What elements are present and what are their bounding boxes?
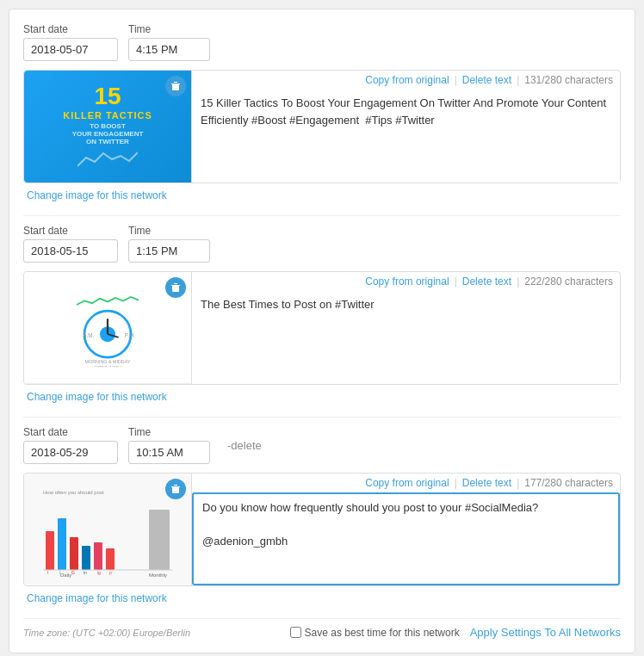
- time-label-3: Time: [128, 426, 210, 438]
- image-area-2: A.M. P.M. MORNING & MIDDAY AFTER WORK: [24, 272, 192, 384]
- image-area-1: 15 KILLER TACTICS TO BOOST YOUR ENGAGEME…: [24, 71, 192, 183]
- svg-rect-19: [94, 542, 102, 570]
- text-area-wrapper-1: Copy from original | Delete text | 131/2…: [192, 71, 620, 183]
- clock-svg: A.M. P.M. MORNING & MIDDAY AFTER WORK: [69, 289, 146, 367]
- divider-2: [23, 417, 621, 418]
- svg-rect-20: [106, 548, 115, 570]
- time-input-2[interactable]: [128, 239, 210, 263]
- image-area-3: How often you should post f t G in ig p: [24, 473, 192, 585]
- svg-text:in: in: [84, 570, 87, 575]
- date-time-row-1: Start date Time: [23, 23, 621, 61]
- svg-text:MORNING & MIDDAY: MORNING & MIDDAY: [84, 359, 130, 364]
- time-group-1: Time: [128, 23, 210, 61]
- svg-text:How often you should post: How often you should post: [43, 490, 104, 495]
- trash-icon-3: [170, 484, 181, 494]
- apply-settings-button[interactable]: Apply Settings To All Networks: [470, 626, 621, 639]
- text-actions-3: Copy from original | Delete text | 177/2…: [192, 473, 620, 492]
- svg-text:Monthly: Monthly: [149, 572, 167, 578]
- post-section-1: Start date Time 15 KILLER TACTICS TO BOO…: [23, 23, 621, 201]
- delete-image-btn-2[interactable]: [165, 277, 186, 298]
- trash-icon-1: [170, 81, 181, 91]
- start-date-label-2: Start date: [23, 225, 118, 237]
- main-container: Start date Time 15 KILLER TACTICS TO BOO…: [9, 9, 635, 653]
- svg-text:f: f: [47, 570, 49, 575]
- change-image-link-1[interactable]: Change image for this network: [23, 186, 167, 201]
- chart-svg: How often you should post f t G in ig p: [39, 484, 176, 579]
- copy-from-original-3[interactable]: Copy from original: [365, 477, 449, 489]
- save-best-time-label[interactable]: Save as best time for this network: [290, 627, 460, 639]
- svg-text:ig: ig: [97, 570, 101, 575]
- delete-text-2[interactable]: Delete text: [462, 275, 511, 288]
- start-date-group-2: Start date: [23, 225, 118, 263]
- char-count-1: 131/280 characters: [524, 74, 613, 86]
- delete-text-3[interactable]: Delete text: [462, 477, 511, 489]
- post-section-2: Start date Time: [23, 225, 621, 403]
- post-card-2: A.M. P.M. MORNING & MIDDAY AFTER WORK Co…: [23, 271, 621, 385]
- svg-rect-17: [70, 537, 78, 570]
- timezone-label: Time zone: (UTC +02:00) Europe/Berlin: [23, 628, 190, 638]
- svg-text:P.M.: P.M.: [125, 331, 135, 337]
- change-image-link-2[interactable]: Change image for this network: [23, 387, 167, 403]
- svg-rect-15: [46, 531, 54, 570]
- start-date-input-3[interactable]: [23, 441, 118, 464]
- post-textarea-3[interactable]: Do you know how frequently should you po…: [192, 492, 620, 585]
- save-best-time-checkbox[interactable]: [290, 627, 301, 638]
- char-count-3: 177/280 characters: [524, 477, 613, 489]
- post-textarea-1[interactable]: 15 Killer Tactics To Boost Your Engageme…: [192, 90, 620, 183]
- date-time-row-2: Start date Time: [23, 225, 621, 263]
- post-card-1: 15 KILLER TACTICS TO BOOST YOUR ENGAGEME…: [23, 70, 621, 183]
- svg-rect-21: [149, 510, 170, 570]
- start-date-input-2[interactable]: [23, 239, 118, 263]
- svg-text:G: G: [71, 570, 75, 575]
- footer: Time zone: (UTC +02:00) Europe/Berlin Sa…: [23, 618, 621, 639]
- start-date-label-3: Start date: [23, 426, 118, 438]
- date-time-row-3: Start date Time -delete: [23, 426, 621, 464]
- svg-rect-18: [82, 546, 90, 570]
- time-input-3[interactable]: [128, 441, 210, 464]
- copy-from-original-1[interactable]: Copy from original: [365, 74, 449, 86]
- delete-text-1[interactable]: Delete text: [462, 74, 511, 86]
- svg-rect-16: [58, 518, 66, 570]
- copy-from-original-2[interactable]: Copy from original: [365, 275, 449, 288]
- post-section-3: Start date Time -delete How often you sh…: [23, 426, 621, 604]
- wave-icon-1: [77, 149, 138, 170]
- time-label-2: Time: [128, 225, 210, 237]
- svg-text:p: p: [109, 570, 112, 575]
- text-actions-2: Copy from original | Delete text | 222/2…: [192, 272, 620, 291]
- text-area-wrapper-3: Copy from original | Delete text | 177/2…: [192, 473, 620, 585]
- svg-text:AFTER WORK: AFTER WORK: [94, 365, 123, 366]
- change-image-link-3[interactable]: Change image for this network: [23, 589, 167, 604]
- trash-icon-2: [170, 282, 181, 293]
- char-count-2: 222/280 characters: [524, 275, 613, 288]
- delete-image-btn-3[interactable]: [165, 479, 186, 499]
- time-group-2: Time: [128, 225, 210, 263]
- start-date-group-3: Start date: [23, 426, 118, 464]
- time-group-3: Time: [128, 426, 210, 464]
- save-best-time-text: Save as best time for this network: [305, 627, 460, 639]
- divider-1: [23, 215, 621, 216]
- text-area-wrapper-2: Copy from original | Delete text | 222/2…: [192, 272, 620, 384]
- start-date-group-1: Start date: [23, 23, 118, 61]
- delete-inline-3[interactable]: -delete: [227, 439, 262, 452]
- delete-image-btn-1[interactable]: [165, 76, 186, 96]
- start-date-label-1: Start date: [23, 23, 118, 35]
- time-label-1: Time: [128, 23, 210, 35]
- svg-text:A.M.: A.M.: [83, 331, 94, 337]
- post-textarea-2[interactable]: The Best Times to Post on #Twitter: [192, 291, 620, 384]
- post-card-3: How often you should post f t G in ig p: [23, 473, 621, 586]
- footer-actions: Save as best time for this network Apply…: [290, 626, 621, 639]
- time-input-1[interactable]: [128, 38, 210, 61]
- text-actions-1: Copy from original | Delete text | 131/2…: [192, 71, 620, 90]
- svg-text:Daily: Daily: [60, 572, 71, 578]
- start-date-input-1[interactable]: [23, 38, 118, 61]
